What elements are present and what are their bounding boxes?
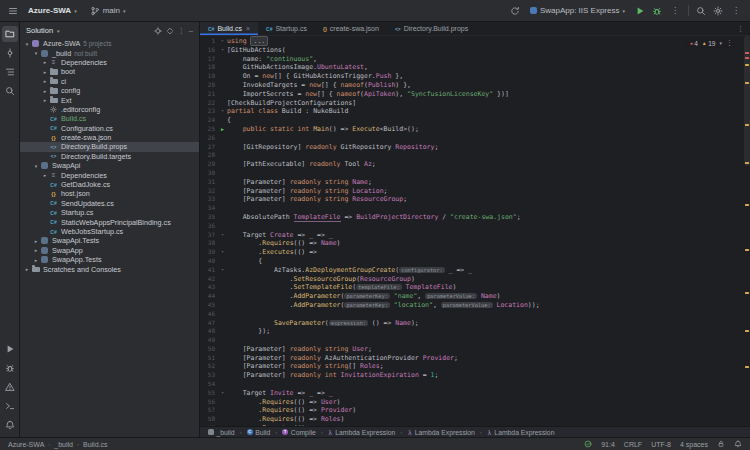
problems-toolwindow-button[interactable]	[2, 379, 18, 395]
code-line[interactable]: 47 SaveParameter(expression: () => Name)…	[200, 319, 750, 328]
line-number[interactable]: 16	[200, 46, 218, 55]
code-line[interactable]: 27 [GitRepository] readonly GitRepositor…	[200, 143, 750, 152]
line-number[interactable]: 28	[200, 151, 218, 160]
close-tab-icon[interactable]: ×	[246, 25, 250, 32]
breadcrumb-lambda-expression-4[interactable]: λLambda Expression	[407, 429, 475, 436]
line-number[interactable]: 39	[200, 248, 218, 257]
tree-item-host-json[interactable]: {}host.json	[20, 189, 199, 198]
code-line[interactable]: 25▶ public static int Main() => Execute<…	[200, 125, 750, 134]
tree-item-ci[interactable]: ▸ci	[20, 77, 199, 86]
line-number[interactable]: 41	[200, 266, 218, 275]
inspections-chevron-icon[interactable]: ▾	[719, 40, 722, 46]
code-line[interactable]: 29 [PathExecutable] readonly Tool Az;	[200, 160, 750, 169]
code-line[interactable]: 16▾[GitHubActions(	[200, 46, 750, 55]
code-line[interactable]: 45 .AddParameter(parameterKey: "location…	[200, 301, 750, 310]
line-ending[interactable]: CRLF	[624, 441, 642, 448]
code-line[interactable]: 22[CheckBuildProjectConfigurations]	[200, 99, 750, 108]
tree-item-build[interactable]: ▾_buildnot built	[20, 48, 199, 57]
line-number[interactable]: 20	[200, 81, 218, 90]
error-stripe-mark[interactable]	[745, 52, 749, 54]
line-number[interactable]: 29	[200, 160, 218, 169]
tree-chevron-icon[interactable]: ▸	[32, 238, 40, 244]
tree-chevron-icon[interactable]: ▾	[23, 41, 31, 47]
code-line[interactable]: 21 ImportSecrets = new[] { nameof(ApiTok…	[200, 90, 750, 99]
tree-item-build-cs[interactable]: C#Build.cs	[20, 114, 199, 123]
tree-chevron-icon[interactable]: ▸	[32, 247, 40, 253]
code-line[interactable]: 48 });	[200, 327, 750, 336]
window-options-button[interactable]: ⋮	[730, 6, 742, 15]
line-number[interactable]: 17	[200, 55, 218, 64]
tree-item-dependencies[interactable]: ▸≡Dependencies	[20, 170, 199, 179]
tree-item-editorconfig[interactable]: .editorconfig	[20, 105, 199, 114]
indent-style[interactable]: 4 spaces	[680, 441, 708, 448]
tree-chevron-icon[interactable]: ▸	[41, 97, 49, 103]
line-number[interactable]: 45	[200, 301, 218, 310]
search-everywhere-button[interactable]	[696, 6, 706, 16]
code-line[interactable]: 33 [Parameter] readonly string ResourceG…	[200, 195, 750, 204]
code-line[interactable]: 54	[200, 380, 750, 389]
line-number[interactable]: 30	[200, 169, 218, 178]
panel-title[interactable]: Solution	[26, 26, 53, 35]
tree-item-create-swa-json[interactable]: {}create-swa.json	[20, 133, 199, 142]
main-menu-button[interactable]	[8, 6, 18, 16]
code-line[interactable]: 41▾ AzTasks.AzDeploymentGroupCreate(conf…	[200, 266, 750, 275]
more-run-actions-button[interactable]: ⋮	[669, 6, 681, 15]
tree-item-swapapp[interactable]: ▸SwapApp	[20, 246, 199, 255]
line-number[interactable]: 31	[200, 178, 218, 187]
run-button[interactable]	[635, 6, 645, 16]
code-line[interactable]: 49	[200, 336, 750, 345]
line-number[interactable]: 51	[200, 354, 218, 363]
line-number[interactable]: 48	[200, 327, 218, 336]
line-number[interactable]: 55	[200, 389, 218, 398]
code-line[interactable]: 36	[200, 222, 750, 231]
fold-icon[interactable]: ▾	[218, 46, 227, 55]
tree-item-sendupdates-cs[interactable]: C#SendUpdates.cs	[20, 199, 199, 208]
line-number[interactable]: 34	[200, 204, 218, 213]
tree-item-swapapi[interactable]: ▾SwapApi	[20, 161, 199, 170]
code-line[interactable]: 52 [Parameter] readonly string[] Roles;	[200, 362, 750, 371]
line-number[interactable]: 23	[200, 107, 218, 116]
status-path-item[interactable]: Azure-SWA	[8, 441, 44, 448]
tree-item-azure-swa[interactable]: ▾Azure-SWA5 projects	[20, 39, 199, 48]
vcs-branch-selector[interactable]: main ▾	[87, 4, 129, 18]
debug-button[interactable]	[652, 6, 662, 16]
tree-item-scratches-and-consoles[interactable]: ▸Scratches and Consoles	[20, 264, 199, 273]
line-number[interactable]: 54	[200, 380, 218, 389]
editor-tab-build-cs[interactable]: C#Build.cs×	[200, 22, 258, 35]
line-number[interactable]: 1	[200, 37, 218, 46]
run-config-selector[interactable]: SwapApp: IIS Express ▾	[527, 4, 628, 17]
debug-toolwindow-button[interactable]	[2, 360, 18, 376]
tree-chevron-icon[interactable]: ▸	[41, 59, 49, 65]
tree-chevron-icon[interactable]: ▾	[32, 50, 40, 56]
inspections-widget[interactable]: ●4 ▲19 ▾ ⋮	[686, 38, 737, 48]
fold-icon[interactable]: ▾	[218, 231, 227, 240]
caret-position[interactable]: 91:4	[601, 441, 615, 448]
panel-chevron-icon[interactable]: ▾	[57, 28, 60, 34]
tree-item-getdadjoke-cs[interactable]: C#GetDadJoke.cs	[20, 180, 199, 189]
tree-chevron-icon[interactable]: ▸	[23, 266, 31, 272]
line-number[interactable]: 56	[200, 398, 218, 407]
code-line[interactable]: 24{	[200, 116, 750, 125]
tree-chevron-icon[interactable]: ▸	[41, 88, 49, 94]
warning-stripe-mark[interactable]	[745, 82, 749, 84]
line-number[interactable]: 43	[200, 283, 218, 292]
panel-options-button[interactable]: ⋮	[178, 27, 185, 35]
editor-tab-directory-build-props[interactable]: <>Directory.Build.props	[387, 22, 476, 35]
line-number[interactable]: 57	[200, 406, 218, 415]
analysis-ok-icon[interactable]	[584, 440, 592, 448]
code-line[interactable]: 40 {	[200, 257, 750, 266]
breadcrumb-compile-2[interactable]: TCompile	[282, 429, 315, 436]
scrollbar-thumb[interactable]	[744, 36, 750, 166]
line-number[interactable]: 47	[200, 319, 218, 328]
warning-count[interactable]: ▲19	[702, 40, 716, 47]
warning-stripe-mark[interactable]	[745, 162, 749, 164]
tab-options-icon[interactable]: ⋮	[731, 25, 750, 33]
code-line[interactable]: 31 [Parameter] readonly string Name;	[200, 178, 750, 187]
code-line[interactable]: 1▸using ...	[200, 37, 750, 46]
warning-stripe-mark[interactable]	[745, 249, 749, 251]
code-line[interactable]: 28	[200, 151, 750, 160]
code-line[interactable]: 50 [Parameter] readonly string User;	[200, 345, 750, 354]
tree-chevron-icon[interactable]: ▸	[41, 78, 49, 84]
fold-icon[interactable]: ▸	[218, 37, 227, 46]
warning-stripe-mark[interactable]	[745, 330, 749, 332]
